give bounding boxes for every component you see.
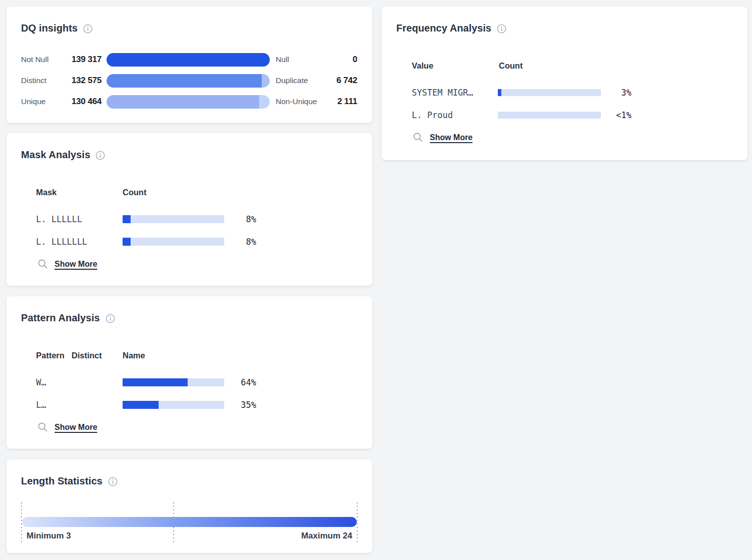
dq-row-unique: Unique 130 464 Non-Unique 2 111 bbox=[7, 95, 372, 109]
count-bar-track bbox=[498, 112, 601, 119]
column-header-name: Name bbox=[123, 351, 145, 360]
dq-row-right-value: 0 bbox=[287, 55, 357, 65]
dq-row-distinct: Distinct 132 575 Duplicate 6 742 bbox=[7, 74, 372, 88]
mask-percent: 8% bbox=[220, 237, 256, 247]
count-bar-fill bbox=[123, 378, 188, 386]
info-icon[interactable] bbox=[96, 151, 105, 160]
info-icon[interactable] bbox=[106, 314, 115, 323]
dq-insights-title: DQ insights bbox=[21, 23, 93, 34]
count-bar-fill bbox=[498, 89, 501, 96]
show-more-label: Show More bbox=[55, 423, 97, 432]
pattern-value: W… bbox=[36, 377, 46, 387]
count-bar-fill bbox=[123, 238, 131, 246]
frequency-percent: 3% bbox=[597, 88, 631, 98]
search-icon bbox=[38, 422, 48, 432]
dq-row-value: 132 575 bbox=[50, 76, 102, 86]
frequency-percent: <1% bbox=[597, 110, 631, 120]
count-bar-track bbox=[123, 238, 224, 246]
mask-analysis-title-label: Mask Analysis bbox=[21, 149, 90, 161]
length-statistics-card: Length Statistics Minimum 3 Maximum 24 bbox=[7, 459, 372, 553]
pattern-percent: 35% bbox=[220, 400, 256, 410]
pattern-analysis-title: Pattern Analysis bbox=[21, 312, 115, 324]
show-more-link[interactable]: Show More bbox=[38, 422, 97, 432]
dq-insights-card: DQ insights Not Null 139 317 Null 0 Dist… bbox=[7, 7, 372, 123]
frequency-analysis-title: Frequency Analysis bbox=[396, 23, 506, 34]
frequency-row: SYSTEM MIGR… 3% bbox=[382, 89, 747, 97]
show-more-link[interactable]: Show More bbox=[413, 132, 472, 143]
column-header-value: Value bbox=[412, 61, 433, 71]
dq-row-label: Distinct bbox=[21, 76, 47, 85]
dq-row-label: Unique bbox=[21, 97, 46, 106]
search-icon bbox=[413, 132, 423, 143]
show-more-label: Show More bbox=[430, 133, 472, 142]
count-bar-track bbox=[498, 89, 601, 96]
column-header-mask: Mask bbox=[36, 188, 57, 197]
count-bar-fill bbox=[123, 215, 131, 223]
length-statistics-title: Length Statistics bbox=[21, 475, 118, 487]
mask-analysis-title: Mask Analysis bbox=[21, 149, 105, 161]
mask-percent: 8% bbox=[220, 214, 256, 224]
dq-bar-fill bbox=[107, 74, 262, 88]
dq-bar-track bbox=[107, 95, 270, 109]
mask-row: L. LLLLLLL 8% bbox=[7, 238, 372, 246]
mask-row: L. LLLLLL 8% bbox=[7, 215, 372, 223]
frequency-analysis-title-label: Frequency Analysis bbox=[396, 23, 491, 34]
dq-bar-track bbox=[107, 74, 270, 88]
dq-row-not-null: Not Null 139 317 Null 0 bbox=[7, 53, 372, 67]
frequency-value: L. Proud bbox=[412, 110, 453, 120]
dq-row-right-value: 2 111 bbox=[287, 97, 357, 107]
show-more-link[interactable]: Show More bbox=[38, 259, 97, 269]
dq-row-value: 130 464 bbox=[50, 97, 102, 107]
count-bar-track bbox=[123, 401, 224, 409]
dq-bar-fill bbox=[107, 95, 259, 109]
length-range-bar bbox=[22, 517, 357, 527]
mask-value: L. LLLLLL bbox=[36, 214, 82, 224]
frequency-analysis-card: Frequency Analysis Value Count SYSTEM MI… bbox=[382, 7, 747, 160]
info-icon[interactable] bbox=[83, 24, 93, 34]
pattern-analysis-card: Pattern Analysis Pattern Distinct Name W… bbox=[7, 296, 372, 449]
dq-bar-fill bbox=[107, 53, 270, 67]
column-header-count: Count bbox=[123, 188, 147, 197]
max-marker-line bbox=[357, 502, 358, 542]
pattern-analysis-title-label: Pattern Analysis bbox=[21, 312, 100, 324]
pattern-row: W… 64% bbox=[7, 378, 372, 386]
dq-row-right-value: 6 742 bbox=[287, 76, 357, 86]
info-icon[interactable] bbox=[108, 477, 118, 486]
minimum-label: Minimum 3 bbox=[27, 531, 71, 541]
pattern-row: L… 35% bbox=[7, 401, 372, 409]
info-icon[interactable] bbox=[497, 24, 506, 34]
column-header-pattern: Pattern bbox=[36, 351, 65, 360]
frequency-row: L. Proud <1% bbox=[382, 111, 747, 119]
maximum-label: Maximum 24 bbox=[301, 531, 352, 541]
count-bar-track bbox=[123, 215, 224, 223]
pattern-value: L… bbox=[36, 400, 46, 410]
mask-analysis-card: Mask Analysis Mask Count L. LLLLLL 8% L.… bbox=[7, 133, 372, 286]
pattern-percent: 64% bbox=[220, 377, 256, 387]
dq-bar-track bbox=[107, 53, 270, 67]
dq-row-value: 139 317 bbox=[50, 55, 102, 65]
dq-insights-title-label: DQ insights bbox=[21, 23, 78, 34]
count-bar-track bbox=[123, 378, 224, 386]
search-icon bbox=[38, 259, 48, 269]
count-bar-fill bbox=[123, 401, 159, 409]
column-header-distinct: Distinct bbox=[72, 351, 102, 360]
show-more-label: Show More bbox=[55, 260, 97, 269]
frequency-value: SYSTEM MIGR… bbox=[412, 88, 473, 98]
column-header-count: Count bbox=[499, 61, 523, 71]
mask-value: L. LLLLLLL bbox=[36, 237, 87, 247]
dq-row-label: Not Null bbox=[21, 55, 49, 64]
length-statistics-title-label: Length Statistics bbox=[21, 475, 103, 487]
